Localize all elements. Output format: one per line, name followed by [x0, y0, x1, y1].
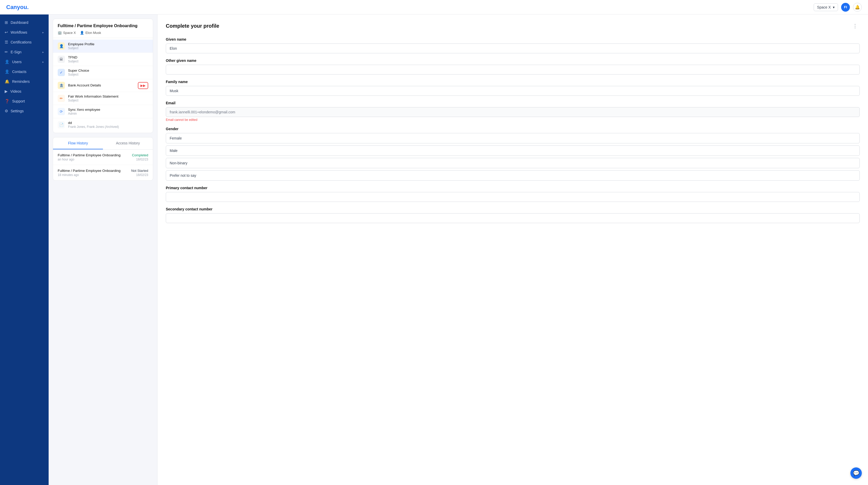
step-icon-employee-profile: 👤 — [58, 42, 65, 50]
step-info-super-choice: Super Choice Subject — [68, 68, 148, 76]
gender-option-non-binary[interactable]: Non-binary — [166, 158, 860, 168]
step-info-employee-profile: Employee Profile Subject — [68, 42, 148, 50]
more-options-button[interactable]: ⋮ — [850, 22, 860, 30]
step-sync-xero[interactable]: ⟳ Sync Xero employee Admin — [53, 105, 153, 118]
step-sub: Subject — [68, 46, 148, 50]
chat-bubble-button[interactable]: 💬 — [850, 467, 862, 479]
flow-card: Fulltime / Partime Employee Onboarding 🏢… — [53, 19, 153, 133]
step-name: Employee Profile — [68, 42, 148, 46]
email-hint: Email cannot be edited — [166, 118, 860, 122]
chevron-right-icon: ▸ — [42, 51, 44, 54]
step-name: Super Choice — [68, 68, 148, 73]
step-name: Bank Account Details — [68, 83, 135, 87]
users-icon: 👤 — [5, 59, 9, 64]
step-employee-profile[interactable]: 👤 Employee Profile Subject — [53, 39, 153, 53]
step-skip-action: ▶▶ — [138, 82, 148, 89]
left-panel: Fulltime / Partime Employee Onboarding 🏢… — [49, 15, 157, 485]
family-name-group: Family name — [166, 80, 860, 96]
step-icon-sync-xero: ⟳ — [58, 108, 65, 115]
sidebar-item-support[interactable]: ❓ Support — [0, 96, 49, 106]
family-name-label: Family name — [166, 80, 860, 84]
step-name: dd — [68, 121, 148, 125]
avatar[interactable]: FI — [841, 3, 850, 12]
gender-option-prefer-not-to-say[interactable]: Prefer not to say — [166, 170, 860, 181]
step-icon-dd: 📄 — [58, 121, 65, 129]
history-entry: Fulltime / Partime Employee Onboarding a… — [53, 150, 153, 165]
gender-option-female[interactable]: Female — [166, 133, 860, 143]
sidebar-item-videos[interactable]: ▶ Videos — [0, 86, 49, 96]
step-sub: Frank Jones, Frank Jones (Archived) — [68, 125, 148, 129]
topnav: Canyou. Space X ▾ FI 🔔 — [0, 0, 868, 15]
gender-option-male[interactable]: Male — [166, 145, 860, 156]
step-sub: Subject — [68, 59, 148, 63]
entry-title: Fulltime / Partime Employee Onboarding — [58, 153, 121, 157]
step-bank-account[interactable]: 🏦 Bank Account Details ▶▶ — [53, 79, 153, 92]
sidebar-item-dashboard[interactable]: ⊞ Dashboard — [0, 18, 49, 27]
step-name: Fair Work Information Statement — [68, 94, 148, 98]
flow-meta-space-label: Space X — [63, 31, 76, 35]
primary-contact-input[interactable] — [166, 192, 860, 202]
step-sub: Subject — [68, 98, 148, 102]
workflows-icon: ↩ — [5, 30, 8, 35]
secondary-contact-group: Secondary contact number — [166, 207, 860, 223]
reminders-icon: 🔔 — [5, 79, 9, 84]
history-card: Flow History Access History Fulltime / P… — [53, 137, 153, 181]
step-dd[interactable]: 📄 dd Frank Jones, Frank Jones (Archived) — [53, 118, 153, 131]
sidebar-item-users[interactable]: 👤 Users ▸ — [0, 57, 49, 67]
sidebar-item-label: Contacts — [12, 69, 44, 74]
step-icon-tfnd: 🏛 — [58, 56, 65, 63]
gender-options: Female Male Non-binary Prefer not to say — [166, 133, 860, 181]
step-fair-work[interactable]: ✏ Fair Work Information Statement Subjec… — [53, 92, 153, 105]
contacts-icon: 👤 — [5, 69, 9, 74]
status-not-started: Not Started — [131, 169, 148, 173]
sidebar-item-workflows[interactable]: ↩ Workflows ▸ — [0, 27, 49, 37]
building-icon: 🏢 — [58, 31, 62, 35]
other-given-name-label: Other given name — [166, 58, 860, 63]
sidebar-item-reminders[interactable]: 🔔 Reminders — [0, 77, 49, 86]
notification-icon[interactable]: 🔔 — [853, 3, 862, 12]
main-area: Fulltime / Partime Employee Onboarding 🏢… — [49, 15, 868, 485]
step-sub: Admin — [68, 112, 148, 115]
given-name-label: Given name — [166, 37, 860, 41]
space-selector-label: Space X — [817, 5, 831, 9]
tab-flow-history[interactable]: Flow History — [53, 137, 103, 149]
sidebar-item-label: Users — [12, 60, 40, 64]
email-group: Email Email cannot be edited — [166, 101, 860, 122]
space-selector[interactable]: Space X ▾ — [814, 3, 838, 11]
chevron-down-icon: ▾ — [833, 5, 835, 9]
sidebar-item-label: Support — [12, 99, 44, 103]
entry-time: 18 minutes ago — [58, 173, 121, 177]
step-icon-fair-work: ✏ — [58, 95, 65, 102]
sidebar-item-esign[interactable]: ✏ E-Sign ▸ — [0, 47, 49, 57]
flow-card-header: Fulltime / Partime Employee Onboarding 🏢… — [53, 19, 153, 38]
certifications-icon: ☰ — [5, 40, 8, 45]
sidebar-item-settings[interactable]: ⚙ Settings — [0, 106, 49, 116]
dashboard-icon: ⊞ — [5, 20, 8, 25]
profile-title: Complete your profile — [166, 23, 219, 29]
other-given-name-input[interactable] — [166, 65, 860, 75]
sidebar-item-contacts[interactable]: 👤 Contacts — [0, 67, 49, 77]
tab-access-history[interactable]: Access History — [103, 137, 153, 149]
given-name-input[interactable] — [166, 44, 860, 53]
step-super-choice[interactable]: ✓ Super Choice Subject — [53, 66, 153, 79]
other-given-name-group: Other given name — [166, 58, 860, 75]
flow-meta-space: 🏢 Space X — [58, 31, 76, 35]
history-entries: Fulltime / Partime Employee Onboarding a… — [53, 150, 153, 180]
step-info-fair-work: Fair Work Information Statement Subject — [68, 94, 148, 102]
email-label: Email — [166, 101, 860, 105]
sidebar-item-label: Settings — [10, 109, 44, 113]
status-completed: Completed — [132, 153, 148, 157]
flow-card-title: Fulltime / Partime Employee Onboarding — [58, 24, 148, 28]
step-info-sync-xero: Sync Xero employee Admin — [68, 108, 148, 115]
sidebar-item-certifications[interactable]: ☰ Certifications — [0, 37, 49, 47]
user-icon: 👤 — [80, 31, 84, 35]
step-info-tfnd: TFND Subject — [68, 55, 148, 63]
entry-title: Fulltime / Partime Employee Onboarding — [58, 169, 121, 173]
secondary-contact-input[interactable] — [166, 213, 860, 223]
gender-label: Gender — [166, 127, 860, 131]
step-tfnd[interactable]: 🏛 TFND Subject — [53, 53, 153, 66]
skip-button[interactable]: ▶▶ — [138, 82, 148, 89]
history-entry-right: Not Started 18/02/23 — [131, 169, 148, 177]
sidebar-item-label: Videos — [10, 89, 44, 93]
family-name-input[interactable] — [166, 86, 860, 96]
